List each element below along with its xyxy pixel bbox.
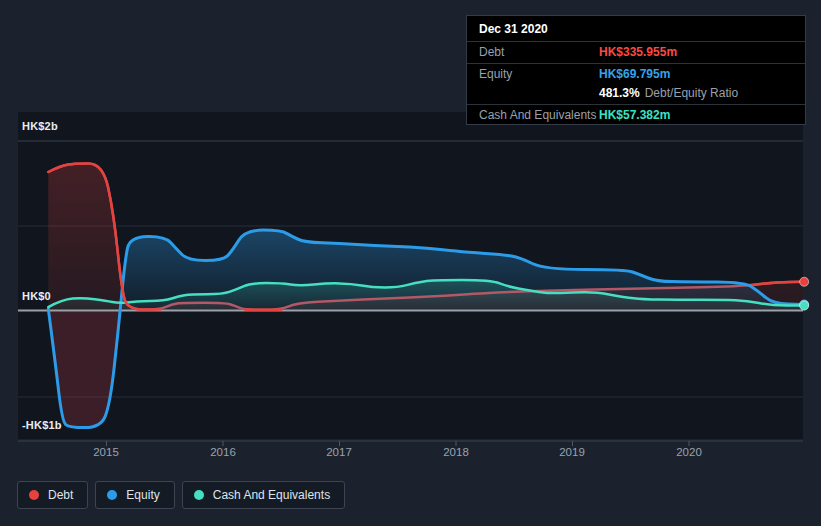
tooltip-ratio-pct: 481.3% — [599, 86, 640, 100]
equity-dot-icon — [107, 490, 117, 500]
legend-debt-label: Debt — [48, 488, 73, 502]
tooltip-ratio: 481.3%Debt/Equity Ratio — [599, 86, 738, 100]
tooltip-ratio-label: Debt/Equity Ratio — [645, 86, 738, 100]
tooltip-date: Dec 31 2020 — [467, 16, 805, 42]
tooltip-debt-value: HK$335.955m — [599, 45, 677, 59]
debt-endpoint-dot — [800, 277, 809, 286]
page-background: HK$2b HK$0 -HK$1b 2015 2016 2017 2018 20… — [0, 0, 821, 526]
cash-endpoint-dot — [800, 301, 809, 310]
tooltip-equity-label: Equity — [479, 67, 599, 81]
hover-tooltip: Dec 31 2020 Debt HK$335.955m Equity HK$6… — [466, 15, 806, 125]
x-axis-label-2019: 2019 — [540, 446, 604, 458]
y-axis-label-0: HK$0 — [22, 290, 51, 302]
legend-item-debt[interactable]: Debt — [17, 481, 88, 509]
tooltip-equity-value: HK$69.795m — [599, 67, 670, 81]
tooltip-row-debt: Debt HK$335.955m — [467, 42, 805, 64]
chart-legend: Debt Equity Cash And Equivalents — [17, 481, 345, 509]
cash-dot-icon — [194, 490, 204, 500]
x-axis-label-2018: 2018 — [424, 446, 488, 458]
x-axis-label-2017: 2017 — [307, 446, 371, 458]
x-axis-label-2020: 2020 — [657, 446, 721, 458]
legend-equity-label: Equity — [126, 488, 159, 502]
tooltip-cash-value: HK$57.382m — [599, 108, 670, 122]
legend-item-equity[interactable]: Equity — [95, 481, 174, 509]
legend-cash-label: Cash And Equivalents — [213, 488, 330, 502]
tooltip-row-cash: Cash And Equivalents HK$57.382m — [467, 105, 805, 124]
x-axis-label-2015: 2015 — [74, 446, 138, 458]
tooltip-debt-label: Debt — [479, 45, 599, 59]
tooltip-row-equity: Equity HK$69.795m — [467, 64, 805, 83]
tooltip-cash-label: Cash And Equivalents — [479, 108, 599, 122]
tooltip-row-ratio: 481.3%Debt/Equity Ratio — [467, 83, 805, 105]
debt-dot-icon — [29, 490, 39, 500]
x-axis-label-2016: 2016 — [191, 446, 255, 458]
y-axis-label-2b: HK$2b — [22, 120, 58, 132]
legend-item-cash[interactable]: Cash And Equivalents — [182, 481, 345, 509]
y-axis-label-neg1b: -HK$1b — [22, 419, 62, 431]
